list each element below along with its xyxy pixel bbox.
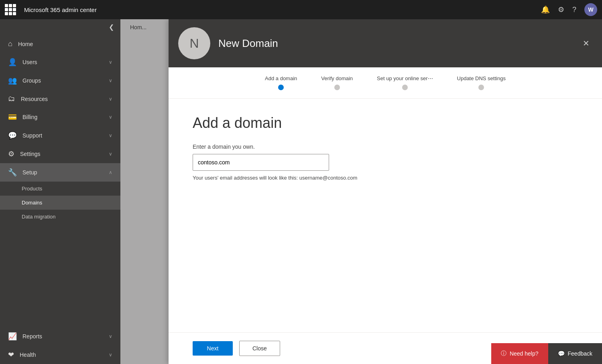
step-dot-verify-domain: [334, 85, 340, 90]
step-dot-setup-online: [402, 85, 408, 90]
sidebar-data-migration-label: Data migration: [22, 214, 56, 220]
settings-nav-icon: ⚙: [8, 150, 14, 158]
step-label-update-dns: Update DNS settings: [457, 75, 506, 81]
sidebar-products-label: Products: [22, 186, 42, 192]
step-update-dns: Update DNS settings: [457, 75, 506, 90]
sidebar-health-label: Health: [20, 352, 36, 358]
sidebar-sub-item-products[interactable]: Products: [0, 182, 120, 196]
sidebar-item-settings[interactable]: ⚙ Settings ∨: [0, 145, 120, 163]
sidebar: ❮ ⌂ Home 👤 Users ∨ 👥 Groups ∨ 🗂: [0, 19, 120, 364]
need-help-icon: ⓘ: [501, 350, 506, 357]
chevron-down-icon: ∨: [109, 334, 112, 339]
sidebar-collapse-button[interactable]: ❮: [0, 19, 120, 35]
sidebar-item-reports[interactable]: 📈 Reports ∨: [0, 327, 120, 346]
sidebar-resources-label: Resources: [21, 96, 48, 102]
sidebar-billing-label: Billing: [22, 114, 37, 120]
sidebar-support-label: Support: [22, 132, 42, 139]
step-add-domain: Add a domain: [265, 75, 297, 90]
chevron-down-icon: ∨: [109, 151, 112, 157]
domain-hint: Your users' email addresses will look li…: [193, 175, 578, 181]
sidebar-settings-label: Settings: [20, 151, 41, 157]
settings-icon[interactable]: ⚙: [558, 5, 564, 14]
collapse-icon: ❮: [109, 23, 114, 31]
sidebar-item-billing[interactable]: 💳 Billing ∨: [0, 108, 120, 126]
chevron-down-icon: ∨: [109, 96, 112, 102]
users-icon: 👤: [8, 58, 17, 67]
modal-body: Add a domain Enter a domain you own. You…: [169, 99, 602, 332]
content-area: Hom... N New Domain ✕ Add a domain Verif…: [120, 19, 602, 364]
billing-icon: 💳: [8, 113, 17, 121]
step-bar: Add a domain Verify domain Set up your o…: [169, 67, 602, 99]
new-domain-modal: N New Domain ✕ Add a domain Verify domai…: [169, 19, 602, 364]
user-avatar[interactable]: W: [584, 3, 597, 16]
modal-heading: Add a domain: [193, 115, 578, 131]
chevron-down-icon: ∨: [109, 59, 112, 65]
app-launcher-icon[interactable]: [5, 4, 16, 15]
app-title: Microsoft 365 admin center: [24, 6, 536, 13]
sidebar-item-groups[interactable]: 👥 Groups ∨: [0, 71, 120, 90]
sidebar-item-resources[interactable]: 🗂 Resources ∨: [0, 90, 120, 108]
sidebar-item-support[interactable]: 💬 Support ∨: [0, 126, 120, 145]
sidebar-reports-label: Reports: [22, 333, 42, 340]
support-icon: 💬: [8, 131, 17, 140]
sidebar-item-home[interactable]: ⌂ Home: [0, 35, 120, 53]
sidebar-home-label: Home: [18, 41, 33, 47]
sidebar-users-label: Users: [22, 59, 37, 65]
sidebar-sub-item-domains[interactable]: Domains: [0, 196, 120, 210]
setup-icon: 🔧: [8, 168, 17, 177]
chevron-down-icon: ∨: [109, 352, 112, 358]
step-label-add-domain: Add a domain: [265, 75, 297, 81]
topbar-actions: 🔔 ⚙ ? W: [541, 3, 597, 16]
domain-input[interactable]: [193, 154, 329, 171]
close-icon: ✕: [583, 38, 590, 48]
notification-icon[interactable]: 🔔: [541, 5, 550, 14]
sidebar-domains-label: Domains: [22, 200, 42, 206]
resources-icon: 🗂: [8, 95, 15, 103]
bottom-bar: ⓘ Need help? 💬 Feedback: [491, 343, 602, 364]
reports-icon: 📈: [8, 332, 17, 341]
step-setup-online: Set up your online ser⋯: [377, 75, 433, 90]
home-icon: ⌂: [8, 40, 12, 48]
modal-close-button[interactable]: ✕: [580, 37, 592, 50]
sidebar-groups-label: Groups: [22, 77, 41, 84]
step-dot-update-dns: [478, 85, 484, 90]
sidebar-item-users[interactable]: 👤 Users ∨: [0, 53, 120, 71]
modal-header: N New Domain ✕: [169, 19, 602, 67]
sidebar-sub-item-data-migration[interactable]: Data migration: [0, 210, 120, 224]
main-layout: ❮ ⌂ Home 👤 Users ∨ 👥 Groups ∨ 🗂: [0, 19, 602, 364]
next-button[interactable]: Next: [193, 341, 233, 356]
step-label-verify-domain: Verify domain: [321, 75, 353, 81]
feedback-icon: 💬: [558, 350, 565, 357]
feedback-label: Feedback: [568, 350, 592, 357]
health-icon: ❤: [8, 350, 14, 359]
chevron-down-icon: ∨: [109, 114, 112, 120]
step-dot-add-domain: [278, 85, 284, 90]
domain-input-label: Enter a domain you own.: [193, 144, 578, 150]
step-label-setup-online: Set up your online ser⋯: [377, 75, 433, 81]
help-icon[interactable]: ?: [572, 6, 576, 14]
sidebar-item-setup[interactable]: 🔧 Setup ∧: [0, 163, 120, 182]
groups-icon: 👥: [8, 76, 17, 85]
modal-avatar: N: [178, 27, 210, 59]
close-button[interactable]: Close: [239, 341, 280, 356]
topbar: Microsoft 365 admin center 🔔 ⚙ ? W: [0, 0, 602, 19]
chevron-up-icon: ∧: [109, 170, 112, 175]
modal-title: New Domain: [218, 37, 571, 50]
need-help-button[interactable]: ⓘ Need help?: [491, 343, 548, 364]
feedback-button[interactable]: 💬 Feedback: [548, 343, 602, 364]
chevron-down-icon: ∨: [109, 78, 112, 83]
chevron-down-icon: ∨: [109, 133, 112, 138]
need-help-label: Need help?: [510, 350, 539, 357]
step-verify-domain: Verify domain: [321, 75, 353, 90]
sidebar-setup-label: Setup: [22, 169, 37, 176]
sidebar-item-health[interactable]: ❤ Health ∨: [0, 346, 120, 364]
